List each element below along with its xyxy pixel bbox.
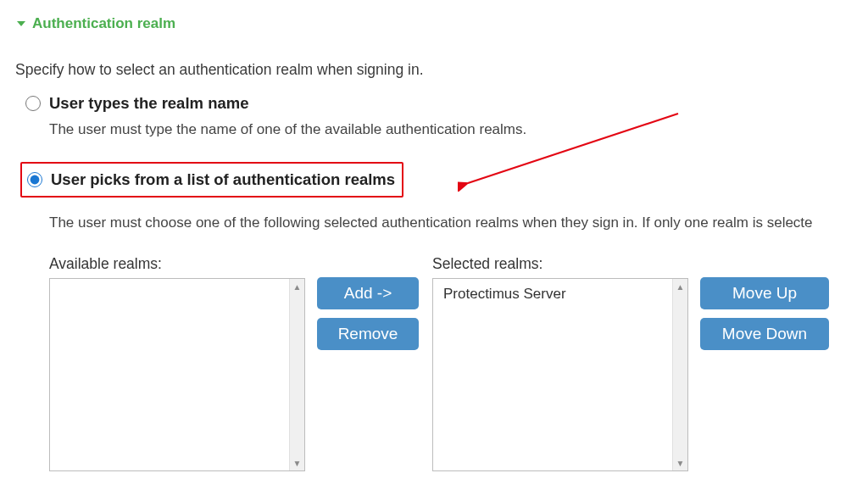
section-title: Authentication realm <box>32 15 175 32</box>
option-desc-picks: The user must choose one of the followin… <box>25 214 868 231</box>
section-header[interactable]: Authentication realm <box>15 15 868 32</box>
selected-panel: Selected realms: Protectimus Server ▲ ▼ <box>432 255 688 471</box>
move-down-button[interactable]: Move Down <box>700 318 829 350</box>
scroll-down-icon[interactable]: ▼ <box>290 455 304 470</box>
radio-user-picks[interactable] <box>27 172 42 187</box>
radio-user-types[interactable] <box>25 96 41 111</box>
realms-panels: Available realms: ▲ ▼ Add -> Remove Sele… <box>15 255 868 471</box>
available-listbox[interactable]: ▲ ▼ <box>49 278 305 471</box>
scroll-up-icon[interactable]: ▲ <box>290 279 304 294</box>
move-up-button[interactable]: Move Up <box>700 277 829 309</box>
move-buttons: Move Up Move Down <box>700 255 829 471</box>
selected-listbox[interactable]: Protectimus Server ▲ ▼ <box>432 278 688 471</box>
remove-button[interactable]: Remove <box>317 318 419 350</box>
scroll-down-icon[interactable]: ▼ <box>673 455 687 470</box>
scrollbar[interactable]: ▲ ▼ <box>672 279 687 470</box>
add-button[interactable]: Add -> <box>317 277 419 309</box>
available-label: Available realms: <box>49 255 305 273</box>
list-item[interactable]: Protectimus Server <box>443 286 662 303</box>
add-remove-buttons: Add -> Remove <box>317 255 419 471</box>
selected-label: Selected realms: <box>432 255 688 273</box>
scroll-up-icon[interactable]: ▲ <box>673 279 687 294</box>
chevron-down-icon <box>15 18 27 30</box>
intro-text: Specify how to select an authentication … <box>15 61 868 79</box>
available-panel: Available realms: ▲ ▼ <box>49 255 305 471</box>
option-label-picks: User picks from a list of authentication… <box>51 170 395 189</box>
scrollbar[interactable]: ▲ ▼ <box>289 279 304 470</box>
option-desc-types: The user must type the name of one of th… <box>25 121 868 138</box>
option-label-types: User types the realm name <box>49 94 248 113</box>
option-user-picks: User picks from a list of authentication… <box>15 162 868 231</box>
option-user-types: User types the realm name The user must … <box>15 94 868 138</box>
